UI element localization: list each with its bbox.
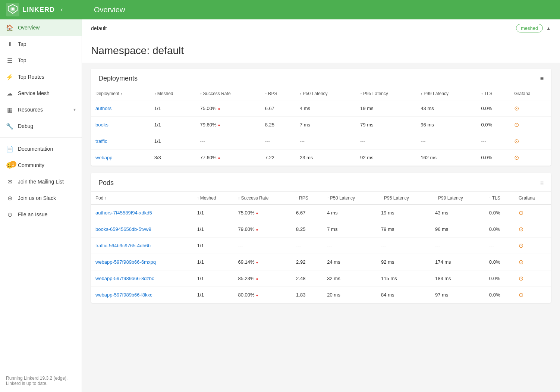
deployments-tbody: authors 1/1 75.00%● 6.67 4 ms 19 ms 43 m…	[91, 100, 551, 166]
nav-label-tap: Tap	[18, 41, 76, 47]
grafana-link-icon[interactable]: ⊙	[519, 242, 523, 249]
cell-grafana: ⊙	[510, 150, 551, 166]
grafana-link-icon[interactable]: ⊙	[514, 105, 519, 112]
cell-p95: 79 ms	[377, 221, 431, 238]
resource-link[interactable]: webapp-597f989b66-l8kxc	[95, 292, 152, 298]
cell-success-rate: 69.14%●	[233, 254, 292, 270]
pods-thead: Pod↑ ↑Meshed ↑Success Rate ↑RPS ↑P50 Lat…	[91, 192, 551, 205]
namespace-header-right: meshed ▲	[516, 24, 551, 32]
grafana-link-icon[interactable]: ⊙	[514, 138, 519, 144]
th-rps: ↑RPS	[261, 87, 295, 100]
resource-link[interactable]: traffic-564b9c9765-4dh6b	[95, 243, 151, 248]
cell-p99: 43 ms	[431, 205, 485, 221]
sidebar-item-overview[interactable]: 🏠 Overview	[0, 19, 82, 36]
resource-link[interactable]: books-65945656db-5tvw9	[95, 226, 151, 232]
nav-icon-documentation: 📄	[6, 145, 13, 153]
sidebar-item-issue[interactable]: ⊙ File an Issue	[0, 206, 82, 223]
resource-link[interactable]: books	[95, 122, 108, 128]
sidebar-collapse-button[interactable]: ‹	[58, 5, 66, 15]
th-deployment: Deployment↑	[91, 87, 150, 100]
cell-p50: 7 ms	[323, 221, 377, 238]
cell-meshed: 1/1	[150, 133, 196, 150]
grafana-link-icon[interactable]: ⊙	[519, 259, 523, 265]
cell-rps: 7.22	[261, 150, 295, 166]
nav-list: 🏠 Overview ⬆ Tap ☰ Top ⚡ Top Routes ☁ Se…	[0, 19, 82, 134]
cell-p50: 32 ms	[323, 270, 377, 287]
nav-icon-top: ☰	[6, 57, 13, 64]
cell-p99: 174 ms	[431, 254, 485, 270]
resource-link[interactable]: traffic	[95, 138, 107, 144]
cell-p99: 96 ms	[416, 117, 476, 133]
resource-link[interactable]: webapp-597f989b66-8dzbc	[95, 276, 154, 281]
th-pod: Pod↑	[91, 192, 193, 205]
linkerd-logo-icon	[6, 3, 19, 16]
footer-line-1: Running Linkerd 19.3.2 (edge).	[6, 376, 76, 381]
nav-divider	[0, 137, 82, 138]
th-pod-grafana: Grafana	[514, 192, 551, 205]
resource-link[interactable]: webapp-597f989b66-6mxpq	[95, 259, 156, 265]
sidebar-item-top-routes[interactable]: ⚡ Top Routes	[0, 69, 82, 85]
sidebar-item-top[interactable]: ☰ Top	[0, 52, 82, 69]
nav-icon-issue: ⊙	[6, 211, 13, 218]
nav-icon-debug: 🔧	[6, 122, 13, 130]
sidebar-footer: Running Linkerd 19.3.2 (edge). Linkerd i…	[0, 370, 82, 392]
grafana-link-icon[interactable]: ⊙	[519, 226, 523, 232]
nav-icon-tap: ⬆	[6, 40, 13, 48]
sidebar-item-debug[interactable]: 🔧 Debug	[0, 118, 82, 134]
resource-link[interactable]: authors	[95, 106, 111, 111]
deployments-title: Deployments	[98, 75, 138, 82]
nav-label-resources: Resources	[18, 107, 69, 113]
nav-label-documentation: Documentation	[18, 146, 76, 152]
cell-name: books-65945656db-5tvw9	[91, 221, 193, 238]
sidebar-item-community[interactable]: 😊 1 Community	[0, 157, 82, 173]
grafana-link-icon[interactable]: ⊙	[519, 275, 523, 282]
table-row: books 1/1 79.60%● 8.25 7 ms 79 ms 96 ms …	[91, 117, 551, 133]
sidebar-item-mailing-list[interactable]: ✉ Join the Mailing List	[0, 173, 82, 190]
cell-grafana: ⊙	[514, 287, 551, 303]
th-pod-meshed: ↑Meshed	[193, 192, 234, 205]
cell-meshed: 1/1	[150, 100, 196, 117]
sidebar-item-slack[interactable]: ⊕ Join us on Slack	[0, 190, 82, 206]
cell-success-rate: 77.60%●	[196, 150, 261, 166]
th-pod-p50: ↑P50 Latency	[323, 192, 377, 205]
grafana-link-icon[interactable]: ⊙	[519, 210, 523, 216]
cell-name: webapp-597f989b66-l8kxc	[91, 287, 193, 303]
nav-icon-mailing-list: ✉	[6, 178, 13, 185]
content-body: Deployments ≡ Deployment↑ ↑Meshed ↑Succe…	[82, 63, 560, 316]
cell-p95: 115 ms	[377, 270, 431, 287]
resource-link[interactable]: webapp	[95, 155, 113, 160]
cell-name: authors	[91, 100, 150, 117]
grafana-link-icon[interactable]: ⊙	[519, 292, 523, 298]
cell-success-rate: 79.60%●	[233, 221, 292, 238]
sidebar-item-resources[interactable]: ▦ Resources ▾	[0, 101, 82, 118]
cell-meshed: 1/1	[193, 205, 234, 221]
cell-success-rate: ---	[196, 133, 261, 150]
deployments-filter-icon[interactable]: ≡	[540, 75, 544, 82]
cell-p50: 20 ms	[323, 287, 377, 303]
sidebar-item-service-mesh[interactable]: ☁ Service Mesh	[0, 85, 82, 101]
cell-tls: ---	[485, 238, 514, 254]
table-row: webapp-597f989b66-6mxpq 1/1 69.14%● 2.92…	[91, 254, 551, 270]
sidebar-item-tap[interactable]: ⬆ Tap	[0, 36, 82, 52]
th-pod-p95: ↑P95 Latency	[377, 192, 431, 205]
pods-header: Pods ≡	[91, 173, 551, 192]
sidebar-item-documentation[interactable]: 📄 Documentation	[0, 141, 82, 157]
collapse-namespace-icon[interactable]: ▲	[546, 25, 551, 31]
resource-link[interactable]: authors-7f45589f94-xdkd5	[95, 210, 152, 216]
cell-name: authors-7f45589f94-xdkd5	[91, 205, 193, 221]
cell-p95: 79 ms	[356, 117, 416, 133]
cell-tls: 0.0%	[485, 254, 514, 270]
nav-icon-service-mesh: ☁	[6, 90, 13, 97]
nav-label-community: Community	[18, 162, 76, 168]
deployments-header-row: Deployment↑ ↑Meshed ↑Success Rate ↑RPS ↑…	[91, 87, 551, 100]
cell-name: webapp-597f989b66-8dzbc	[91, 270, 193, 287]
grafana-link-icon[interactable]: ⊙	[514, 122, 519, 128]
meshed-badge[interactable]: meshed	[516, 24, 543, 32]
grafana-link-icon[interactable]: ⊙	[514, 154, 519, 161]
th-pod-rps: ↑RPS	[292, 192, 323, 205]
cell-meshed: 1/1	[193, 287, 234, 303]
cell-p95: ---	[356, 133, 416, 150]
badge-community: 1	[10, 161, 16, 167]
cell-p50: ---	[295, 133, 356, 150]
pods-filter-icon[interactable]: ≡	[540, 180, 544, 186]
